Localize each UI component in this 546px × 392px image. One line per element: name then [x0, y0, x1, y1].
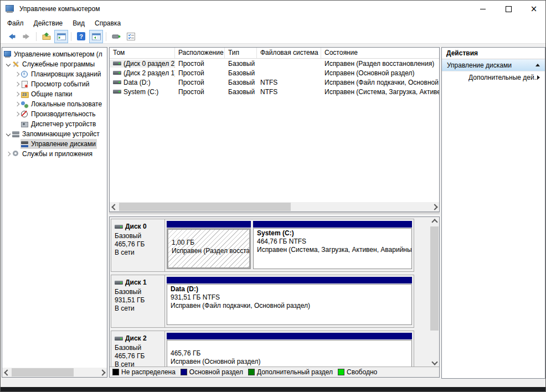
toolbar-separator [106, 32, 106, 41]
disk-icon [115, 337, 123, 341]
expander-expanded[interactable] [4, 132, 12, 136]
disk-1-label[interactable]: Диск 1 Базовый 931,51 ГБ В сети [111, 275, 165, 327]
legend-swatch-primary [181, 369, 187, 375]
console-tree-toggle-button[interactable] [54, 30, 68, 43]
scroll-up-icon[interactable] [430, 217, 439, 226]
partition-data-d[interactable]: Data (D:) 931,51 ГБ NTFS Исправен (Файл … [167, 277, 412, 325]
menu-action[interactable]: Действие [29, 17, 68, 29]
console-tree-icon [57, 33, 66, 40]
close-button[interactable]: × [521, 1, 546, 17]
tree-item-services-apps[interactable]: Службы и приложения [2, 149, 107, 159]
expander-collapsed[interactable] [13, 73, 20, 76]
taskbar-edge [1, 387, 546, 391]
volume-list-horizontal-scrollbar[interactable] [110, 202, 439, 212]
menu-view[interactable]: Вид [68, 17, 90, 29]
tree-item-disk-management[interactable]: Управление дисками [2, 139, 107, 149]
disk-icon [115, 281, 123, 285]
column-header-type[interactable]: Тип [225, 48, 257, 58]
pane-splitter[interactable] [109, 213, 440, 216]
volume-row[interactable]: (Диск 2 раздел 1) Простой Базовый Исправ… [110, 68, 440, 78]
tree-item-device-manager[interactable]: Диспетчер устройств [2, 119, 107, 129]
disk-management-icon [20, 140, 29, 148]
disk-icon [115, 225, 123, 229]
help-button[interactable]: ? [74, 30, 88, 43]
volume-table: Том Расположение Тип Файловая система Со… [110, 48, 440, 96]
expander-collapsed[interactable] [13, 92, 20, 96]
legend-primary: Основной раздел [181, 368, 243, 376]
scroll-left-icon[interactable] [2, 368, 12, 377]
toolbar-separator [71, 32, 71, 41]
collapse-arrow-icon[interactable] [535, 64, 540, 66]
scroll-left-icon[interactable] [110, 202, 119, 212]
disk-console-button[interactable] [109, 30, 123, 43]
menu-file[interactable]: Файл [2, 17, 29, 29]
volume-row[interactable]: Data (D:) Простой Базовый NTFS Исправен … [110, 78, 440, 87]
drive-icon [113, 90, 121, 94]
partition-color-bar [167, 277, 412, 283]
disks-area: Диск 0 Базовый 465,76 ГБ В сети 1,00 ГБ … [110, 217, 430, 367]
partition-disk2-primary[interactable]: 465,76 ГБ Исправен (Основной раздел) [167, 333, 412, 367]
scroll-down-icon[interactable] [430, 357, 439, 367]
disk-graphical-pane: Диск 0 Базовый 465,76 ГБ В сети 1,00 ГБ … [109, 216, 440, 378]
volume-row[interactable]: System (C:) Простой Базовый NTFS Исправе… [110, 87, 440, 96]
properties-list-button[interactable] [124, 30, 138, 43]
shared-folders-icon [20, 90, 29, 98]
tree-item-storage[interactable]: Запоминающие устройст [2, 129, 107, 139]
expander-collapsed[interactable] [13, 112, 20, 116]
toolbar-separator [36, 32, 37, 41]
properties-list-icon [127, 33, 135, 40]
tools-icon [12, 60, 20, 68]
computer-management-window: Управление компьютером × Файл Действие В… [0, 0, 546, 392]
legend-free: Свободно [338, 368, 377, 376]
tree-scroll-thumb[interactable] [12, 368, 74, 376]
tree-item-event-viewer[interactable]: Просмотр событий [2, 79, 107, 89]
volume-row[interactable]: (Диск 0 раздел 2) Простой Базовый Исправ… [110, 59, 440, 68]
scroll-right-icon[interactable] [97, 368, 107, 377]
forward-button[interactable] [19, 30, 33, 43]
tree-horizontal-scrollbar[interactable] [2, 368, 107, 377]
tree-item-system-tools[interactable]: Служебные программы [2, 59, 107, 69]
disk-pane-vertical-scrollbar[interactable] [430, 217, 439, 367]
minimize-button[interactable] [470, 1, 496, 17]
partition-recovery[interactable]: 1,00 ГБ Исправен (Раздел восста [167, 221, 251, 269]
partition-system-c[interactable]: System (C:) 464,76 ГБ NTFS Исправен (Сис… [253, 221, 412, 269]
expander-collapsed[interactable] [4, 152, 12, 156]
disk-row-0: Диск 0 Базовый 465,76 ГБ В сети 1,00 ГБ … [111, 219, 414, 272]
device-manager-icon [20, 120, 29, 128]
column-header-layout[interactable]: Расположение [175, 48, 225, 58]
tree-item-local-users[interactable]: Локальные пользовате [2, 99, 107, 109]
console-tree-panel: Управление компьютером (л Служебные прог… [2, 47, 107, 378]
export-folder-icon [42, 32, 51, 41]
expander-collapsed[interactable] [13, 102, 20, 106]
disk-0-label[interactable]: Диск 0 Базовый 465,76 ГБ В сети [111, 219, 165, 271]
column-header-status[interactable]: Состояние [321, 48, 440, 58]
tree-item-task-scheduler[interactable]: Планировщик заданий [2, 69, 107, 79]
export-folder-button[interactable] [39, 30, 53, 43]
volume-table-header: Том Расположение Тип Файловая система Со… [110, 48, 440, 59]
maximize-button[interactable] [496, 1, 521, 17]
legend-unallocated: Не распределена [112, 368, 176, 376]
disk-console-icon [112, 33, 121, 40]
scroll-right-icon[interactable] [430, 202, 439, 212]
menubar: Файл Действие Вид Справка [1, 17, 546, 29]
column-header-volume[interactable]: Том [110, 48, 175, 58]
expander-expanded[interactable] [4, 63, 12, 66]
maximize-icon [506, 6, 512, 12]
action-pane-toggle-button[interactable] [89, 30, 103, 43]
app-icon [6, 5, 15, 13]
legend-swatch-extended [248, 369, 255, 375]
actions-more-actions[interactable]: Дополнительные дей... [442, 71, 545, 83]
actions-group-disk-management[interactable]: Управление дисками [442, 59, 545, 71]
actions-panel-title: Действия [442, 48, 545, 59]
disk-scroll-thumb[interactable] [430, 226, 439, 331]
expander-collapsed[interactable] [13, 82, 20, 86]
column-header-filesystem[interactable]: Файловая система [257, 48, 321, 58]
tree-item-shared-folders[interactable]: Общие папки [2, 89, 107, 99]
disk-2-label[interactable]: Диск 2 Базовый 465,76 ГБ В сети [111, 331, 165, 367]
drive-icon [113, 71, 121, 75]
menu-help[interactable]: Справка [90, 17, 126, 29]
volume-scroll-thumb[interactable] [119, 203, 291, 211]
tree-item-computer-management[interactable]: Управление компьютером (л [2, 49, 107, 59]
tree-item-performance[interactable]: Производительность [2, 109, 107, 119]
back-button[interactable] [4, 30, 18, 43]
